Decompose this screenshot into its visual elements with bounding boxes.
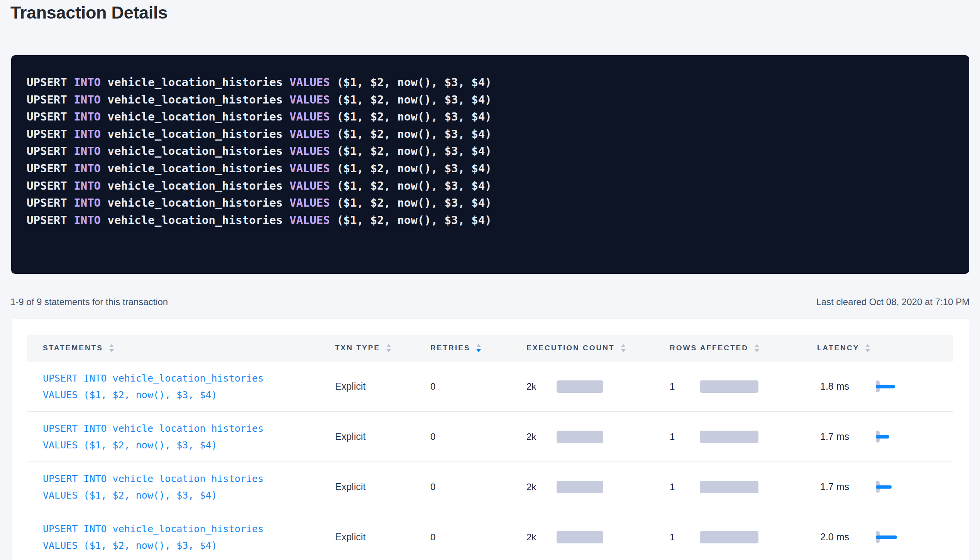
latency-value: 1.8 ms [820, 381, 859, 392]
statement-line-1: UPSERT INTO vehicle_location_histories [43, 523, 264, 535]
statement-line-1: UPSERT INTO vehicle_location_histories [43, 373, 264, 384]
statement-link[interactable]: UPSERT INTO vehicle_location_histories V… [43, 420, 335, 453]
retries-value: 0 [430, 431, 526, 442]
sort-arrows-icon [621, 344, 626, 352]
execution-count-bar [557, 481, 603, 493]
sql-statement-line: UPSERT INTO vehicle_location_histories V… [27, 160, 954, 177]
sort-ascending-icon [386, 344, 391, 347]
rows-affected-cell: 1 [670, 431, 817, 443]
latency-cell: 2.0 ms [817, 531, 954, 543]
retries-value: 0 [430, 482, 526, 492]
statements-table-card: STATEMENTS TXN TYPE RETRIES EXECUTION CO… [11, 319, 969, 560]
page-title: Transaction Details [10, 2, 168, 23]
column-header-latency[interactable]: LATENCY [817, 344, 954, 352]
statement-link[interactable]: UPSERT INTO vehicle_location_histories V… [43, 470, 335, 504]
transaction-sql-box: UPSERT INTO vehicle_location_histories V… [11, 55, 969, 274]
sort-ascending-icon [865, 344, 870, 347]
table-row: UPSERT INTO vehicle_location_histories V… [27, 361, 953, 412]
latency-cell: 1.8 ms [817, 380, 954, 393]
sort-arrows-icon [109, 344, 114, 352]
execution-count-value: 2k [526, 431, 545, 442]
txn-type-value: Explicit [335, 481, 430, 492]
sort-ascending-icon [755, 344, 759, 347]
latency-bar [876, 385, 895, 388]
txn-type-value: Explicit [335, 381, 430, 392]
sort-descending-icon [386, 349, 391, 352]
execution-count-cell: 2k [526, 431, 670, 443]
sql-statement-line: UPSERT INTO vehicle_location_histories V… [27, 194, 954, 212]
latency-cell: 1.7 ms [817, 481, 954, 493]
sort-ascending-icon [476, 344, 481, 347]
table-summary-row: 1-9 of 9 statements for this transaction… [10, 297, 970, 307]
rows-affected-cell: 1 [670, 380, 817, 393]
rows-affected-value: 1 [670, 381, 688, 392]
sql-statements-code: UPSERT INTO vehicle_location_histories V… [27, 74, 954, 229]
column-header-label: LATENCY [817, 344, 859, 352]
sort-descending-icon [476, 349, 481, 352]
statement-cell: UPSERT INTO vehicle_location_histories V… [27, 370, 335, 403]
statement-line-2: VALUES ($1, $2, now(), $3, $4) [43, 490, 217, 501]
statement-line-2: VALUES ($1, $2, now(), $3, $4) [43, 389, 217, 400]
sort-descending-icon [621, 349, 626, 352]
statement-link[interactable]: UPSERT INTO vehicle_location_histories V… [43, 370, 335, 403]
sql-statement-line: UPSERT INTO vehicle_location_histories V… [27, 126, 954, 143]
retries-value: 0 [430, 381, 526, 392]
execution-count-cell: 2k [526, 481, 670, 493]
sort-arrows-icon [386, 344, 391, 352]
rows-affected-bar [700, 531, 758, 543]
sql-statement-line: UPSERT INTO vehicle_location_histories V… [27, 212, 954, 229]
last-cleared-text: Last cleared Oct 08, 2020 at 7:10 PM [816, 297, 970, 307]
statement-cell: UPSERT INTO vehicle_location_histories V… [27, 521, 335, 554]
table-header-row: STATEMENTS TXN TYPE RETRIES EXECUTION CO… [27, 335, 953, 361]
statement-line-2: VALUES ($1, $2, now(), $3, $4) [43, 540, 217, 551]
sql-statement-line: UPSERT INTO vehicle_location_histories V… [27, 177, 954, 195]
rows-affected-cell: 1 [670, 481, 817, 493]
table-row: UPSERT INTO vehicle_location_histories V… [27, 412, 953, 462]
latency-bar-chart [876, 531, 880, 543]
column-header-label: TXN TYPE [335, 344, 380, 352]
column-header-txn-type[interactable]: TXN TYPE [335, 344, 430, 352]
execution-count-value: 2k [526, 381, 545, 392]
retries-value: 0 [430, 532, 526, 543]
column-header-statements[interactable]: STATEMENTS [27, 344, 335, 352]
statement-line-2: VALUES ($1, $2, now(), $3, $4) [43, 440, 217, 451]
execution-count-cell: 2k [526, 380, 670, 393]
statement-line-1: UPSERT INTO vehicle_location_histories [43, 423, 264, 434]
statement-cell: UPSERT INTO vehicle_location_histories V… [27, 420, 335, 453]
column-header-retries[interactable]: RETRIES [430, 344, 526, 352]
statement-link[interactable]: UPSERT INTO vehicle_location_histories V… [43, 521, 335, 554]
sql-statement-line: UPSERT INTO vehicle_location_histories V… [27, 108, 954, 126]
rows-affected-cell: 1 [670, 531, 817, 543]
latency-bar-chart [876, 380, 880, 393]
transaction-details-page: Transaction Details UPSERT INTO vehicle_… [0, 0, 980, 560]
latency-value: 2.0 ms [820, 531, 859, 543]
sql-statement-line: UPSERT INTO vehicle_location_histories V… [27, 143, 954, 160]
statement-cell: UPSERT INTO vehicle_location_histories V… [27, 470, 335, 504]
column-header-label: STATEMENTS [43, 344, 103, 352]
sort-arrows-icon [865, 344, 870, 352]
column-header-label: ROWS AFFECTED [670, 344, 748, 352]
sql-statement-line: UPSERT INTO vehicle_location_histories V… [27, 91, 954, 109]
statements-count-text: 1-9 of 9 statements for this transaction [10, 297, 168, 307]
rows-affected-bar [700, 380, 758, 393]
sql-statement-line: UPSERT INTO vehicle_location_histories V… [27, 74, 954, 91]
rows-affected-bar [700, 431, 758, 443]
column-header-label: RETRIES [430, 344, 470, 352]
rows-affected-value: 1 [670, 482, 688, 492]
rows-affected-value: 1 [670, 431, 688, 442]
sort-descending-icon [109, 349, 114, 352]
column-header-execution-count[interactable]: EXECUTION COUNT [526, 344, 670, 352]
txn-type-value: Explicit [335, 531, 430, 543]
latency-bar [876, 435, 889, 438]
sort-arrows-icon [476, 344, 481, 352]
rows-affected-value: 1 [670, 532, 688, 543]
sort-ascending-icon [621, 344, 626, 347]
execution-count-cell: 2k [526, 531, 670, 543]
statements-table: STATEMENTS TXN TYPE RETRIES EXECUTION CO… [27, 335, 953, 560]
table-body: UPSERT INTO vehicle_location_histories V… [27, 361, 953, 560]
column-header-rows-affected[interactable]: ROWS AFFECTED [670, 344, 817, 352]
latency-bar [876, 535, 897, 539]
sort-ascending-icon [109, 344, 114, 347]
latency-bar-chart [876, 481, 880, 493]
rows-affected-bar [700, 481, 758, 493]
